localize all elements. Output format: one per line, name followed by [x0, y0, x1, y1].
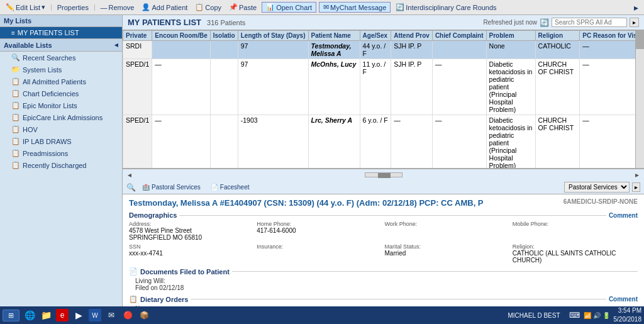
patient-list-header: MY PATIENTS LIST 316 Patients Refreshed … [123, 15, 644, 30]
open-chart-button[interactable]: 📊 Open Chart [262, 2, 316, 13]
home-phone-cell: Home Phone: 417-614-6000 [257, 221, 382, 241]
living-will-value: Filed on 02/12/18 [135, 284, 638, 291]
remove-icon: — [101, 4, 108, 11]
scroll-right-button[interactable]: ▸ [633, 170, 641, 179]
app3-icon[interactable]: 📦 [138, 309, 150, 321]
add-patient-icon: 👤 [142, 3, 150, 11]
patient-table-body: SRDI 97 Testmonday, Melissa A 44 y.o. / … [123, 41, 644, 169]
cell-private: SRDI [123, 41, 152, 59]
home-phone-value: 417-614-6000 [257, 227, 382, 234]
media-icon[interactable]: ▶ [72, 309, 85, 321]
outlook-icon[interactable]: ✉ [105, 309, 118, 321]
folder-taskbar-icon[interactable]: 📁 [40, 309, 52, 321]
keyboard-icon[interactable]: ⌨ [569, 311, 580, 320]
cell-room: — [152, 59, 210, 115]
mobile-phone-label: Mobile Phone: [513, 221, 638, 227]
copy-button[interactable]: 📋 Copy [192, 3, 224, 12]
sidebar-item-hov[interactable]: 📋 HOV [0, 123, 122, 135]
available-lists-title: Available Lists ◂ [0, 38, 122, 52]
doc8-icon: 📋 [11, 161, 20, 169]
folder-icon: 📁 [11, 65, 20, 74]
sidebar-item-chart-deficiencies[interactable]: 📋 Chart Deficiencies [0, 87, 122, 99]
toolbar-scroll-right[interactable]: ▸ [631, 2, 641, 13]
pastoral-search-select[interactable]: Pastoral Services [564, 182, 630, 193]
patient-list-title-area: MY PATIENTS LIST 316 Patients [128, 18, 245, 27]
main-toolbar: ✏️ Edit List ▾ | Properties | — Remove 👤… [0, 0, 644, 15]
doc5-icon: 📋 [11, 125, 20, 133]
doc6-icon: 📋 [11, 137, 20, 145]
sep1: | [50, 4, 52, 11]
cell-isolation [210, 115, 238, 169]
col-los: Length of Stay (Days) [238, 31, 308, 41]
table-row[interactable]: SRDI 97 Testmonday, Melissa A 44 y.o. / … [123, 41, 644, 59]
col-private: Private [123, 31, 152, 41]
scrollbar-thumb [636, 30, 644, 49]
mychart-message-button[interactable]: ✉ MyChart Message [319, 2, 391, 13]
cell-name: McOnhs, Lucy [308, 59, 360, 115]
facesheet-icon: 📄 [211, 184, 218, 191]
refresh-icon[interactable]: 🔄 [540, 18, 549, 27]
sidebar-item-all-admitted[interactable]: 📋 All Admitted Patients [0, 75, 122, 87]
remove-button[interactable]: — Remove [98, 3, 137, 12]
dietary-comment-link[interactable]: Comment [609, 296, 638, 303]
app2-icon[interactable]: 🔴 [121, 309, 134, 321]
sidebar-item-system-lists[interactable]: 📁 System Lists [0, 64, 122, 75]
edit-list-button[interactable]: ✏️ Edit List ▾ [3, 3, 48, 12]
bottom-panel: 🔍 🏥 Pastoral Services 📄 Facesheet Pastor… [123, 181, 644, 306]
add-patient-button[interactable]: 👤 Add Patient [139, 3, 190, 12]
cell-name: Testmonday, Melissa A [308, 41, 360, 59]
mobile-phone-cell: Mobile Phone: [513, 221, 638, 241]
battery-icon: 🔋 [602, 312, 610, 319]
properties-button[interactable]: Properties [55, 3, 91, 12]
sidebar-item-recently-discharged[interactable]: 📋 Recently Discharged [0, 159, 122, 171]
ie-icon[interactable]: 🌐 [23, 309, 36, 321]
table-header-row: Private Encoun Room/Be Isolatio Length o… [123, 31, 644, 41]
network-icon: 📶 [584, 312, 591, 319]
sidebar-item-recent-searches[interactable]: 🔍 Recent Searches [0, 52, 122, 64]
sidebar-item-epiccare-link[interactable]: 📋 EpicCare Link Admissions [0, 111, 122, 123]
volume-icon[interactable]: 🔊 [593, 312, 601, 319]
windows-icon[interactable]: e [56, 309, 69, 321]
refresh-area: Refreshed just now 🔄 ▸ [483, 18, 639, 27]
care-rounds-button[interactable]: 🔄 Interdisciplinary Care Rounds [393, 3, 499, 12]
cell-religion: CATHOLIC [535, 41, 580, 59]
search-go-button[interactable]: ▸ [630, 18, 639, 27]
taskbar-clock: 3:54 PM 5/20/2018 [614, 306, 642, 324]
table-row[interactable]: SPED/1 — 97 McOnhs, Lucy 11 y.o. / F SJH… [123, 59, 644, 115]
search-small-icon[interactable]: 🔍 [126, 183, 136, 192]
table-scrollbar[interactable] [635, 30, 644, 168]
patient-search-input[interactable] [552, 18, 627, 27]
col-problem: Problem [486, 31, 535, 41]
start-button[interactable]: ⊞ [3, 310, 19, 321]
detail-badge: 6AMEDICU-SRDIP-NONE [564, 198, 638, 205]
tab-facesheet[interactable]: 📄 Facesheet [207, 182, 253, 192]
cell-religion: CHURCH OF CHRIST [535, 59, 580, 115]
doc7-icon: 📋 [11, 149, 20, 157]
dropdown-arrow: ▾ [42, 3, 45, 11]
sidebar-item-epic-monitor[interactable]: 📋 Epic Monitor Lists [0, 99, 122, 111]
living-will-label: Living Will: [135, 277, 638, 284]
cell-problem: None [486, 41, 535, 59]
scroll-left-button[interactable]: ◂ [125, 170, 134, 179]
sidebar-item-my-patients-list[interactable]: ≡ MY PATIENTS LIST [0, 27, 122, 38]
cell-private: SPED/1 [123, 59, 152, 115]
table-row[interactable]: SPED/1 — -1903 Lrc, Sherry A 6 y.o. / F … [123, 115, 644, 169]
sep2: | [94, 4, 96, 11]
doc4-icon: 📋 [11, 113, 20, 121]
religion-cell: Religion: CATHOLIC (ALL SAINTS CATHOLIC … [513, 243, 638, 264]
patient-count: 316 Patients [207, 19, 245, 26]
sidebar-item-ip-lab-draws[interactable]: 📋 IP LAB DRAWS [0, 135, 122, 147]
my-lists-title: My Lists [0, 15, 122, 27]
word-icon[interactable]: W [89, 309, 101, 321]
taskbar-user: MICHAEL D BEST [508, 312, 560, 319]
insurance-label: Insurance: [257, 243, 382, 250]
sidebar-item-preadmissions[interactable]: 📋 Preadmissions [0, 147, 122, 159]
collapse-icon[interactable]: ◂ [114, 41, 118, 49]
col-age: Age/Sex [360, 31, 391, 41]
paste-button[interactable]: 📌 Paste [226, 3, 259, 12]
demographics-comment-link[interactable]: Comment [609, 212, 638, 219]
col-attend: Attend Prov [391, 31, 433, 41]
pastoral-go-button[interactable]: ▸ [632, 182, 640, 192]
tab-pastoral-services[interactable]: 🏥 Pastoral Services [138, 182, 204, 192]
work-phone-label: Work Phone: [385, 221, 510, 227]
